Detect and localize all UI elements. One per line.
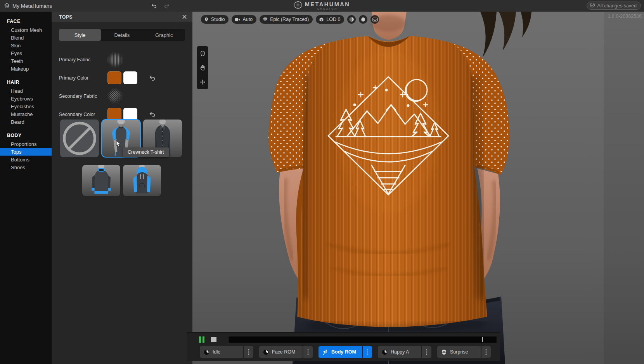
kebab-menu-button[interactable] — [481, 346, 491, 358]
grooms-icon — [360, 17, 366, 22]
animation-button-body-rom[interactable]: Body ROM — [319, 346, 362, 358]
property-label: Secondary Color — [59, 112, 107, 117]
kebab-menu-button[interactable] — [363, 346, 372, 358]
kebab-menu-button[interactable] — [422, 346, 431, 358]
dots-fabric-swatch[interactable] — [107, 88, 123, 104]
thumbnail-none[interactable] — [60, 120, 99, 157]
sidebar-item-eyelashes[interactable]: Eyelashes — [0, 102, 52, 110]
color-swatch[interactable] — [123, 71, 137, 84]
viewport-pill-auto[interactable]: Auto — [232, 15, 256, 24]
panel-header: TOPS — [52, 12, 192, 22]
property-label: Primary Fabric — [59, 57, 107, 62]
sidebar-section-header: FACE — [0, 17, 52, 26]
sphere-icon — [349, 17, 354, 22]
sidebar-section-body: BODYProportionsTopsBottomsShoes — [0, 131, 52, 171]
sidebar-item-mustache[interactable]: Mustache — [0, 110, 52, 118]
reset-color-button[interactable] — [148, 110, 156, 119]
sidebar-item-makeup[interactable]: Makeup — [0, 65, 52, 73]
undo-button[interactable] — [149, 2, 159, 10]
sidebar-item-shoes[interactable]: Shoes — [0, 163, 52, 171]
color-swatch[interactable] — [107, 71, 121, 84]
close-icon[interactable] — [181, 14, 188, 21]
animation-button-surprise[interactable]: Surprise — [437, 346, 481, 358]
sidebar-item-teeth[interactable]: Teeth — [0, 57, 52, 65]
viewport-toolbar: StudioAutoEpic (Ray Traced)LOD 0 — [201, 15, 379, 24]
kebab-menu-button[interactable] — [244, 346, 253, 358]
face-anim-icon — [204, 349, 209, 355]
sidebar-item-custom-mesh[interactable]: Custom Mesh — [0, 26, 52, 34]
face-anim-icon — [382, 349, 388, 355]
quality-diamond-icon — [263, 17, 268, 22]
thumbnail-hoodie[interactable] — [123, 165, 161, 196]
viewport-tool-stack — [197, 46, 208, 89]
sculpt-tool[interactable] — [197, 46, 208, 61]
sidebar-item-bottoms[interactable]: Bottoms — [0, 156, 52, 163]
playback-row — [187, 335, 500, 344]
stop-button[interactable] — [211, 336, 217, 343]
hand-icon — [200, 65, 205, 71]
property-row: Primary Fabric — [59, 50, 185, 69]
tops-panel: TOPS StyleDetailsGraphic Primary FabricP… — [52, 12, 192, 364]
home-button[interactable]: My MetaHumans — [0, 0, 56, 12]
studio-light-icon — [204, 17, 209, 22]
color-swatch[interactable] — [123, 108, 137, 121]
color-swatch-group — [107, 71, 156, 84]
animation-label: Face ROM — [272, 349, 295, 355]
logo-subtext: CREATOR — [317, 8, 338, 10]
body-anim-icon — [322, 349, 328, 355]
animation-group-body-rom: Body ROM — [319, 346, 372, 358]
tab-details[interactable]: Details — [101, 29, 143, 41]
playhead — [482, 337, 483, 342]
viewport-3d[interactable]: 1.0.0-20362586 StudioAutoEpic (Ray Trace… — [192, 12, 644, 364]
sidebar-item-eyebrows[interactable]: Eyebrows — [0, 95, 52, 102]
property-label: Primary Color — [59, 75, 107, 81]
tab-graphic[interactable]: Graphic — [143, 29, 185, 41]
color-swatch[interactable] — [107, 108, 121, 121]
sidebar-item-skin[interactable]: Skin — [0, 42, 52, 49]
metahuman-creator-app: My MetaHumans METAHUMAN CREATOR All chan… — [0, 0, 644, 364]
animation-group-face-rom: Face ROM — [259, 346, 313, 358]
save-status-badge: All changes saved — [587, 2, 641, 10]
preview-sphere-button[interactable] — [347, 15, 356, 24]
thumbnail-sweater[interactable] — [82, 165, 120, 196]
keyboard-icon — [372, 17, 378, 22]
sidebar-item-blend[interactable]: Blend — [0, 34, 52, 42]
sidebar-section-header: BODY — [0, 131, 52, 140]
grooms-preview-button[interactable] — [359, 15, 367, 24]
tab-style[interactable]: Style — [59, 29, 101, 41]
surprise-anim-icon — [441, 349, 447, 355]
animation-group-surprise: Surprise — [437, 346, 491, 358]
sidebar-item-tops[interactable]: Tops — [0, 148, 52, 156]
check-circle-icon — [590, 2, 595, 9]
shortcuts-button[interactable] — [370, 15, 379, 24]
viewport-pill-epic-ray-traced-[interactable]: Epic (Ray Traced) — [260, 15, 313, 24]
sidebar-item-proportions[interactable]: Proportions — [0, 140, 52, 148]
stripes-fabric-swatch[interactable] — [107, 52, 123, 68]
reset-color-button[interactable] — [148, 74, 156, 82]
sidebar-section-hair: HAIRHeadEyebrowsEyelashesMustacheBeard — [0, 78, 52, 126]
animation-button-idle[interactable]: Idle — [200, 346, 243, 358]
animation-button-happy-a[interactable]: Happy A — [378, 346, 421, 358]
animation-button-face-rom[interactable]: Face ROM — [259, 346, 303, 358]
blend-tool[interactable] — [197, 61, 208, 75]
animation-group-idle: Idle — [200, 346, 253, 358]
color-swatch-group — [107, 108, 156, 121]
move-tool[interactable] — [197, 75, 208, 89]
top-bar: My MetaHumans METAHUMAN CREATOR All chan… — [0, 0, 644, 12]
sidebar-item-eyes[interactable]: Eyes — [0, 49, 52, 57]
animation-label: Body ROM — [331, 349, 356, 355]
lod-cube-icon — [319, 17, 324, 22]
camera-icon — [235, 17, 240, 22]
kebab-menu-button[interactable] — [303, 346, 313, 358]
sidebar-section-header: HAIR — [0, 78, 52, 87]
animation-timeline: IdleFace ROMBody ROMHappy ASurprise — [187, 332, 500, 361]
redo-button[interactable] — [162, 2, 171, 10]
property-rows: Primary FabricPrimary ColorSecondary Fab… — [59, 50, 185, 123]
pause-button[interactable] — [198, 336, 206, 343]
viewport-pill-studio[interactable]: Studio — [201, 15, 229, 24]
sidebar-item-beard[interactable]: Beard — [0, 118, 52, 126]
timeline-scrubber[interactable] — [228, 336, 497, 343]
viewport-pill-lod-0[interactable]: LOD 0 — [316, 15, 344, 24]
save-status-text: All changes saved — [597, 3, 637, 9]
sidebar-item-head[interactable]: Head — [0, 87, 52, 95]
